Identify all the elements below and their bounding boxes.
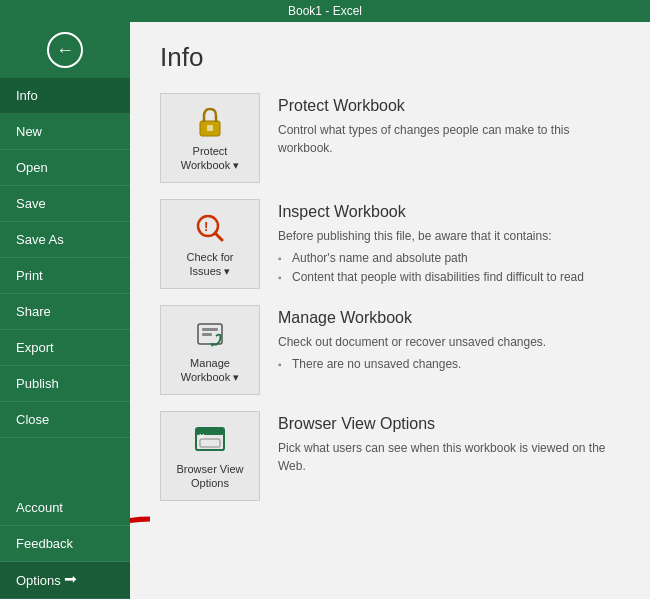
inspect-bullet-1: Author's name and absolute path	[278, 249, 620, 268]
sidebar: ← Info New Open Save Save As Print	[0, 22, 130, 599]
inspect-description: Before publishing this file, be aware th…	[278, 227, 620, 245]
sidebar-item-publish[interactable]: Publish	[0, 366, 130, 402]
browser-section: X Browser ViewOptions Browser View Optio…	[160, 411, 620, 501]
lock-icon	[192, 104, 228, 140]
inspect-icon-label: Check forIssues ▾	[186, 250, 233, 279]
inspect-text: Inspect Workbook Before publishing this …	[278, 199, 620, 287]
browser-icon-label: Browser ViewOptions	[176, 462, 243, 491]
browser-text: Browser View Options Pick what users can…	[278, 411, 620, 475]
sidebar-item-info[interactable]: Info	[0, 78, 130, 114]
sidebar-item-print[interactable]: Print	[0, 258, 130, 294]
manage-section: ManageWorkbook ▾ Manage Workbook Check o…	[160, 305, 620, 395]
title-bar: Book1 - Excel	[0, 0, 650, 22]
red-arrow-icon	[130, 509, 170, 589]
inspect-section: ! Check forIssues ▾ Inspect Workbook Bef…	[160, 199, 620, 289]
manage-bullet-1: There are no unsaved changes.	[278, 355, 620, 374]
manage-button[interactable]: ManageWorkbook ▾	[160, 305, 260, 395]
sidebar-item-open[interactable]: Open	[0, 150, 130, 186]
inspect-button[interactable]: ! Check forIssues ▾	[160, 199, 260, 289]
protect-icon-label: ProtectWorkbook ▾	[181, 144, 239, 173]
arrow-annotation	[130, 509, 170, 589]
sidebar-nav: Info New Open Save Save As Print Share E…	[0, 78, 130, 599]
content-area: Info ProtectWorkbook ▾ Protect Workbook …	[130, 22, 650, 599]
sidebar-item-options[interactable]: Options ⮕	[0, 562, 130, 599]
sidebar-item-new[interactable]: New	[0, 114, 130, 150]
sidebar-item-save[interactable]: Save	[0, 186, 130, 222]
inspect-heading: Inspect Workbook	[278, 203, 620, 221]
sidebar-item-close[interactable]: Close	[0, 402, 130, 438]
manage-text: Manage Workbook Check out document or re…	[278, 305, 620, 374]
sidebar-item-saveas[interactable]: Save As	[0, 222, 130, 258]
title-text: Book1 - Excel	[288, 4, 362, 18]
manage-icon	[192, 316, 228, 352]
protect-heading: Protect Workbook	[278, 97, 620, 115]
back-button[interactable]: ←	[0, 22, 130, 78]
svg-rect-7	[202, 333, 212, 336]
page-title: Info	[160, 42, 620, 73]
svg-rect-1	[207, 125, 213, 131]
sidebar-item-account[interactable]: Account	[0, 490, 130, 526]
manage-bullets: There are no unsaved changes.	[278, 355, 620, 374]
inspect-bullet-2: Content that people with disabilities fi…	[278, 268, 620, 287]
inspect-bullets: Author's name and absolute path Content …	[278, 249, 620, 287]
back-circle-icon: ←	[47, 32, 83, 68]
browser-heading: Browser View Options	[278, 415, 620, 433]
manage-description: Check out document or recover unsaved ch…	[278, 333, 620, 351]
svg-text:!: !	[204, 219, 208, 234]
browser-icon: X	[192, 422, 228, 458]
manage-heading: Manage Workbook	[278, 309, 620, 327]
protect-description: Control what types of changes people can…	[278, 121, 620, 157]
sidebar-item-share[interactable]: Share	[0, 294, 130, 330]
protect-section: ProtectWorkbook ▾ Protect Workbook Contr…	[160, 93, 620, 183]
svg-rect-6	[202, 328, 218, 331]
cursor-icon: ⮕	[64, 572, 78, 588]
svg-line-3	[215, 233, 222, 240]
manage-icon-label: ManageWorkbook ▾	[181, 356, 239, 385]
browser-button[interactable]: X Browser ViewOptions	[160, 411, 260, 501]
sidebar-bottom: Account Feedback Options ⮕	[0, 490, 130, 599]
back-arrow-icon: ←	[56, 40, 74, 61]
sidebar-item-feedback[interactable]: Feedback	[0, 526, 130, 562]
browser-description: Pick what users can see when this workbo…	[278, 439, 620, 475]
sidebar-item-export[interactable]: Export	[0, 330, 130, 366]
inspect-icon: !	[192, 210, 228, 246]
protect-text: Protect Workbook Control what types of c…	[278, 93, 620, 157]
protect-button[interactable]: ProtectWorkbook ▾	[160, 93, 260, 183]
